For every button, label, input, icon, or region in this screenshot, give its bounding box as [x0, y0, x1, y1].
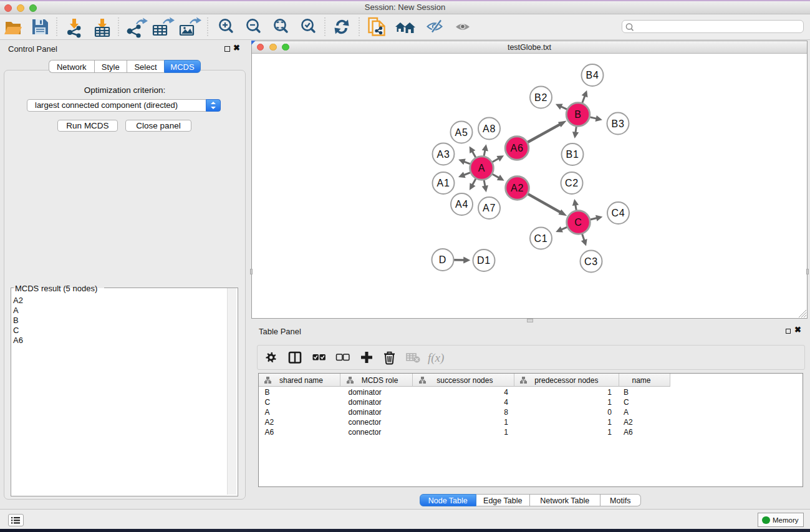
svg-text:C3: C3 — [584, 256, 598, 267]
svg-text:D1: D1 — [477, 255, 491, 266]
svg-text:B1: B1 — [566, 149, 579, 160]
svg-text:A5: A5 — [455, 127, 468, 138]
svg-text:A6: A6 — [510, 143, 523, 153]
svg-text:A2: A2 — [511, 183, 524, 193]
svg-text:A: A — [478, 163, 485, 173]
svg-text:A4: A4 — [455, 199, 468, 210]
svg-text:C1: C1 — [534, 233, 547, 244]
svg-text:f(x): f(x) — [428, 351, 444, 365]
svg-text:B2: B2 — [534, 92, 547, 103]
svg-text:D: D — [439, 254, 446, 265]
svg-text:A3: A3 — [436, 149, 450, 160]
svg-text:A7: A7 — [483, 203, 496, 213]
svg-text:B3: B3 — [611, 118, 624, 129]
svg-text:B4: B4 — [586, 70, 599, 80]
svg-text:A8: A8 — [483, 123, 496, 134]
svg-text:A1: A1 — [436, 178, 450, 188]
svg-text:B: B — [574, 109, 581, 120]
svg-text:C: C — [574, 217, 582, 228]
svg-text:C2: C2 — [565, 178, 579, 188]
svg-text:C4: C4 — [611, 208, 625, 218]
